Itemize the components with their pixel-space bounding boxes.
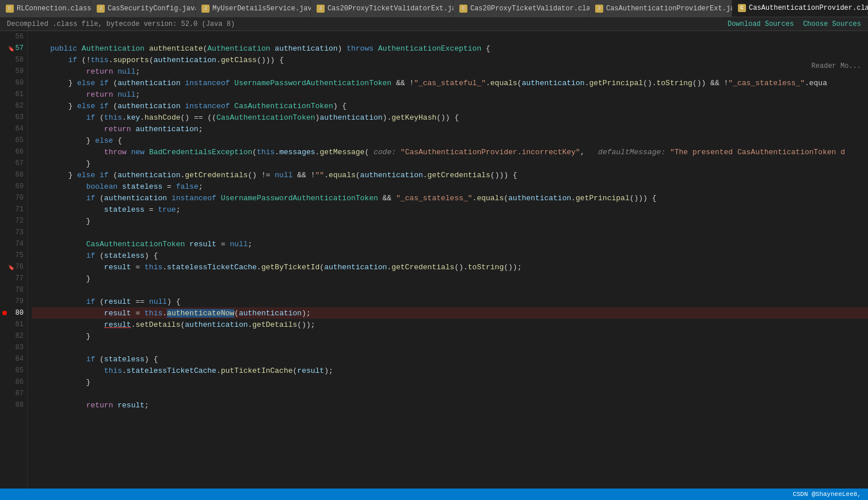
code-line-77: } — [32, 273, 868, 284]
code-line-81: result.setDetails(authentication.getDeta… — [32, 319, 868, 330]
tab-cas20proxy-ext[interactable]: J Cas20ProxyTicketValidatorExt.java × — [311, 0, 454, 17]
code-line-69: boolean stateless = false; — [32, 181, 868, 192]
tab-label: Cas20ProxyTicketValidatorExt.java — [328, 5, 465, 13]
line-85-gutter: 85 — [0, 365, 27, 376]
actions: Download Sources Choose Sources — [728, 20, 861, 28]
tab-cassecurityconfig[interactable]: J CasSecurityConfig.java × — [91, 0, 196, 17]
line-76-gutter: 🔖 76 — [0, 261, 27, 273]
line-81-gutter: 81 — [0, 319, 27, 330]
code-line-60: } else if (authentication instanceof Use… — [32, 77, 868, 89]
code-line-87 — [32, 388, 868, 399]
tab-label: Cas20ProxyTicketValidator.class — [470, 5, 599, 13]
code-line-82: } — [32, 330, 868, 342]
code-line-67: } — [32, 158, 868, 169]
code-line-66: throw new BadCredentialsException(this.m… — [32, 146, 868, 158]
code-line-56 — [32, 31, 868, 43]
code-line-78 — [32, 284, 868, 296]
code-line-71: stateless = true; — [32, 204, 868, 215]
code-line-73 — [32, 227, 868, 238]
decompile-info: Decompiled .class file, bytecode version… — [7, 20, 235, 28]
code-line-72: } — [32, 215, 868, 227]
code-line-84: if (stateless) { — [32, 353, 868, 365]
code-line-74: CasAuthenticationToken result = null; — [32, 238, 868, 250]
line-69-gutter: 69 — [0, 181, 27, 192]
code-line-68: } else if (authentication.getCredentials… — [32, 169, 868, 181]
tab-icon: J — [201, 5, 210, 13]
choose-sources-link[interactable]: Choose Sources — [803, 20, 861, 28]
line-63-gutter: 63 — [0, 112, 27, 123]
line-64-gutter: 64 — [0, 123, 27, 135]
tab-label: CasAuthenticationProvider.class — [749, 4, 868, 12]
tab-icon: C — [6, 5, 14, 13]
line-number-gutter: 56 🔖 57 58 59 60 61 62 63 64 65 66 67 68… — [0, 31, 28, 488]
tab-cas20proxy-class[interactable]: C Cas20ProxyTicketValidator.class × — [454, 0, 589, 17]
line-68-gutter: 68 — [0, 169, 27, 181]
code-line-83 — [32, 342, 868, 353]
line-56-gutter: 56 — [0, 31, 27, 43]
tab-label: CasAuthenticationProviderExt.java — [606, 5, 743, 13]
tab-icon: C — [738, 4, 746, 12]
code-line-62: } else if (authentication instanceof Cas… — [32, 100, 868, 112]
line-78-gutter: 78 — [0, 284, 27, 296]
code-line-70: if (authentication instanceof UsernamePa… — [32, 192, 868, 204]
bookmark-76-icon: 🔖 — [8, 265, 13, 269]
code-line-58: if (!this.supports(authentication.getCla… — [32, 54, 868, 66]
line-70-gutter: 70 — [0, 192, 27, 204]
tab-label: MyUserDetailsService.java — [212, 5, 316, 13]
line-77-gutter: 77 — [0, 273, 27, 284]
line-80-gutter: 80 — [0, 307, 27, 319]
code-line-59: return null; — [32, 66, 868, 77]
code-line-63: if (this.key.hashCode() == ((CasAuthenti… — [32, 112, 868, 123]
line-88-gutter: 88 — [0, 399, 27, 411]
tab-icon: J — [595, 5, 603, 13]
line-83-gutter: 83 — [0, 342, 27, 353]
code-line-65: } else { — [32, 135, 868, 146]
line-65-gutter: 65 — [0, 135, 27, 146]
line-61-gutter: 61 — [0, 89, 27, 100]
line-72-gutter: 72 — [0, 215, 27, 227]
tab-icon: J — [97, 5, 105, 13]
line-73-gutter: 73 — [0, 227, 27, 238]
line-62-gutter: 62 — [0, 100, 27, 112]
code-line-57: public Authentication authenticate(Authe… — [32, 43, 868, 54]
download-sources-link[interactable]: Download Sources — [728, 20, 794, 28]
tab-myuserdetails[interactable]: J MyUserDetailsService.java × — [196, 0, 311, 17]
line-74-gutter: 74 — [0, 238, 27, 250]
tab-label: RLConnection.class — [17, 5, 92, 13]
line-86-gutter: 86 — [0, 376, 27, 388]
bookmark-57-icon: 🔖 — [8, 46, 13, 51]
line-82-gutter: 82 — [0, 330, 27, 342]
code-line-79: if (result == null) { — [32, 296, 868, 307]
line-75-gutter: 75 — [0, 250, 27, 261]
tab-label: CasSecurityConfig.java — [108, 5, 199, 13]
line-66-gutter: 66 — [0, 146, 27, 158]
code-editor[interactable]: Reader Mo... public Authentication authe… — [28, 31, 868, 488]
line-67-gutter: 67 — [0, 158, 27, 169]
tab-icon: J — [317, 5, 325, 13]
code-line-88: return result; — [32, 399, 868, 411]
info-bar: Decompiled .class file, bytecode version… — [0, 17, 868, 31]
code-line-85: this.statelessTicketCache.putTicketInCac… — [32, 365, 868, 376]
code-line-64: return authentication; — [32, 123, 868, 135]
line-79-gutter: 79 — [0, 296, 27, 307]
tab-rlconnection[interactable]: C RLConnection.class × — [0, 0, 91, 17]
line-60-gutter: 60 — [0, 77, 27, 89]
tab-casauthprovider-ext[interactable]: J CasAuthenticationProviderExt.java × — [589, 0, 732, 17]
tab-casauthprovider-class[interactable]: C CasAuthenticationProvider.class × — [732, 0, 868, 17]
code-line-75: if (stateless) { — [32, 250, 868, 261]
line-84-gutter: 84 — [0, 353, 27, 365]
code-line-76: result = this.statelessTicketCache.getBy… — [32, 261, 868, 273]
selected-method: authenticateNow — [167, 309, 234, 318]
code-line-86: } — [32, 376, 868, 388]
tab-bar: C RLConnection.class × J CasSecurityConf… — [0, 0, 868, 17]
status-bar: CSDN @ShayneeLee8, — [0, 488, 868, 500]
status-text: CSDN @ShayneeLee8, — [793, 491, 861, 498]
line-57-gutter: 🔖 57 — [0, 43, 27, 54]
code-line-61: return null; — [32, 89, 868, 100]
code-line-80: result = this.authenticateNow(authentica… — [32, 307, 868, 319]
editor: 56 🔖 57 58 59 60 61 62 63 64 65 66 67 68… — [0, 31, 868, 488]
line-87-gutter: 87 — [0, 388, 27, 399]
breakpoint-80 — [2, 311, 7, 315]
line-71-gutter: 71 — [0, 204, 27, 215]
tab-icon: C — [459, 5, 467, 13]
